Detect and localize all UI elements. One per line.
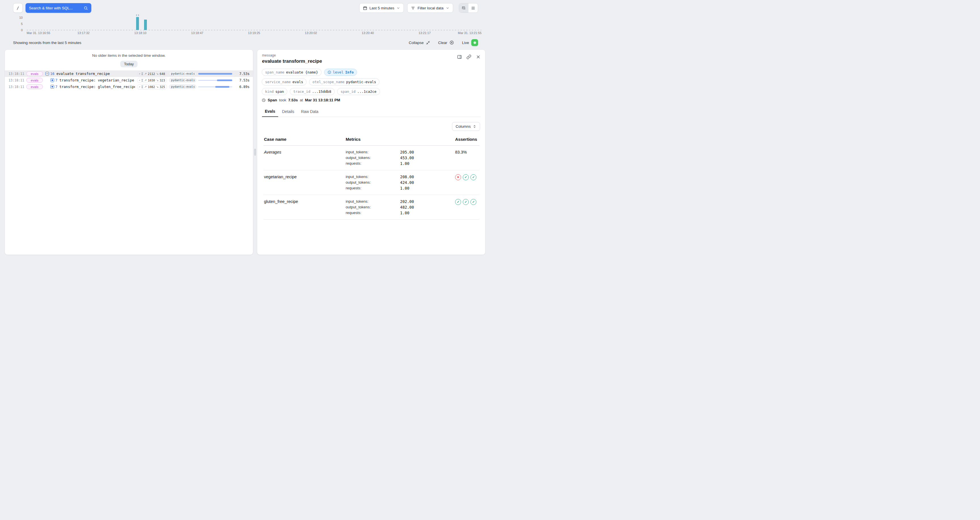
- child-count: 7: [55, 85, 57, 89]
- dock-panel-button[interactable]: [457, 54, 462, 59]
- info-icon: [328, 70, 331, 74]
- timing-at-word: at: [300, 98, 303, 102]
- trace-row[interactable]: 13:18:11 evals 16 evaluate transform_rec…: [5, 70, 253, 77]
- slash-shortcut-button[interactable]: /: [13, 3, 23, 13]
- chevron-down-icon: [396, 6, 400, 10]
- trace-row-time: 13:18:11: [8, 85, 24, 89]
- metrics-sigma-icon: Σ: [142, 85, 143, 89]
- time-range-button[interactable]: Last 5 minutes: [359, 3, 404, 13]
- attribute-pill[interactable]: span_name evaluate {name}: [262, 69, 321, 76]
- input-tokens-arrow-icon: ↗: [144, 85, 146, 88]
- live-dot-icon: [474, 41, 476, 44]
- attribute-value: evals: [292, 80, 303, 84]
- span-name-text: transform_recipe: vegetarian_recipe: [60, 78, 134, 82]
- metrics-cell: input_tokens:202.00 output_tokens:482.00…: [346, 199, 455, 216]
- trace-row-time: 13:18:11: [8, 72, 24, 76]
- metric-value: 453.00: [400, 155, 414, 161]
- expand-children-button[interactable]: 7: [51, 85, 57, 89]
- attribute-pill[interactable]: kind span: [262, 88, 287, 95]
- timing-timestamp: Mar 31 13:18:11 PM: [305, 98, 340, 102]
- attribute-value: Info: [345, 70, 353, 74]
- statusbar: Showing records from the last 5 minutes …: [0, 36, 490, 49]
- tab-details[interactable]: Details: [279, 107, 297, 117]
- child-count: 16: [50, 72, 54, 76]
- metric-value: 205.00: [400, 149, 414, 155]
- collapse-label: Collapse: [409, 41, 424, 45]
- main-content: No older items in the selected time wind…: [0, 49, 490, 260]
- span-duration-bar: [198, 72, 232, 76]
- attributes-paperclip-icon: [139, 72, 140, 75]
- detail-tabs: Evals Details Raw Data: [262, 107, 480, 117]
- tab-raw-data[interactable]: Raw Data: [298, 107, 321, 117]
- span-duration-text: 7.53s: [234, 78, 250, 82]
- span-duration-text: 6.89s: [234, 85, 250, 89]
- table-row-case[interactable]: vegetarian_recipe input_tokens:208.00 ou…: [263, 170, 479, 195]
- trace-list-panel: No older items in the selected time wind…: [5, 49, 253, 255]
- span-timing-line: Span took 7.53s at Mar 31 13:18:11 PM: [262, 98, 480, 102]
- histogram-bar[interactable]: [144, 19, 147, 30]
- close-button[interactable]: [476, 54, 480, 59]
- attribute-pill[interactable]: span_id ...1ca2ce: [337, 88, 380, 95]
- clear-label: Clear: [438, 41, 447, 45]
- scope-tag: pydantic-evals: [169, 85, 196, 89]
- span-name-text: transform_recipe: gluten_free_recipe: [60, 85, 135, 89]
- attribute-pill[interactable]: otel_scope_name pydantic-evals: [309, 78, 379, 85]
- histogram-bar[interactable]: [136, 17, 139, 30]
- attribute-pill[interactable]: service_name evals: [262, 78, 307, 85]
- histogram-plot[interactable]: [27, 16, 482, 30]
- filter-local-data-button[interactable]: Filter local data: [407, 3, 453, 13]
- attribute-key: kind: [265, 89, 274, 94]
- link-icon: [466, 54, 471, 59]
- attribute-key: service_name: [265, 80, 291, 84]
- attribute-value: span: [275, 89, 284, 94]
- trace-row[interactable]: 13:18:11 evals 7 transform_recipe: veget…: [5, 77, 253, 83]
- copy-link-button[interactable]: [466, 54, 471, 59]
- y-tick: 0: [21, 29, 23, 32]
- showing-records-text: Showing records from the last 5 minutes: [13, 41, 81, 45]
- columns-button[interactable]: Columns: [452, 122, 480, 131]
- collapse-button[interactable]: Collapse: [409, 41, 430, 45]
- attribute-pill[interactable]: trace_id ...15ddb8: [290, 88, 335, 95]
- x-tick: 13:21:17: [418, 31, 431, 35]
- trace-row-tag[interactable]: evals: [26, 84, 43, 89]
- table-row-case[interactable]: gluten_free_recipe input_tokens:202.00 o…: [263, 195, 479, 220]
- trace-row[interactable]: 13:18:11 evals 7 transform_recipe: glute…: [5, 83, 253, 90]
- x-tick: 13:17:32: [77, 31, 90, 35]
- dock-panel-icon: [457, 54, 462, 59]
- metric-label: output_tokens:: [346, 180, 400, 185]
- input-tokens-count: 2112: [148, 72, 155, 75]
- x-tick: 13:19:25: [248, 31, 260, 35]
- input-tokens-count: 1082: [148, 85, 155, 89]
- histogram-x-axis: Mar 31. 13:16:55 13:17:32 13:18:10 13:18…: [27, 31, 482, 36]
- output-tokens-count: 648: [160, 72, 165, 75]
- trace-row-tag[interactable]: evals: [26, 71, 43, 76]
- trace-row-stats: Σ ↗1082 ↘325: [137, 84, 167, 89]
- live-indicator: [471, 39, 478, 46]
- assertion-summary: 83.3%: [455, 149, 479, 155]
- span-duration-bar: [198, 85, 232, 89]
- attribute-pills: span_name evaluate {name} level Info ser…: [262, 69, 480, 95]
- metric-label: requests:: [346, 185, 400, 191]
- level-pill[interactable]: level Info: [324, 69, 357, 76]
- time-range-label: Last 5 minutes: [369, 6, 395, 10]
- tree-view-button[interactable]: [459, 3, 468, 13]
- attribute-key: span_name: [265, 70, 285, 74]
- sql-search-button[interactable]: Search & filter with SQL...: [25, 3, 91, 13]
- trace-row-stats: Σ ↗1030 ↘323: [137, 78, 167, 83]
- tab-evals[interactable]: Evals: [262, 107, 278, 117]
- detail-title: evaluate transform_recipe: [262, 59, 480, 64]
- expand-children-button[interactable]: 7: [51, 78, 57, 82]
- list-view-icon: [471, 6, 475, 10]
- metric-label: requests:: [346, 210, 400, 216]
- trace-row-tag[interactable]: evals: [26, 78, 43, 83]
- clear-button[interactable]: Clear: [438, 40, 454, 45]
- logfire-app: / Search & filter with SQL... Last 5 min…: [0, 0, 490, 260]
- output-tokens-arrow-icon: ↘: [156, 79, 159, 82]
- y-tick: 5: [21, 22, 23, 26]
- collapse-children-button[interactable]: 16: [45, 72, 54, 76]
- table-row-averages[interactable]: Averages input_tokens:205.00 output_toke…: [263, 146, 479, 170]
- chevron-down-icon: [446, 6, 449, 10]
- list-view-button[interactable]: [468, 3, 478, 13]
- live-toggle-button[interactable]: Live: [462, 39, 478, 46]
- panel-splitter[interactable]: [253, 49, 257, 255]
